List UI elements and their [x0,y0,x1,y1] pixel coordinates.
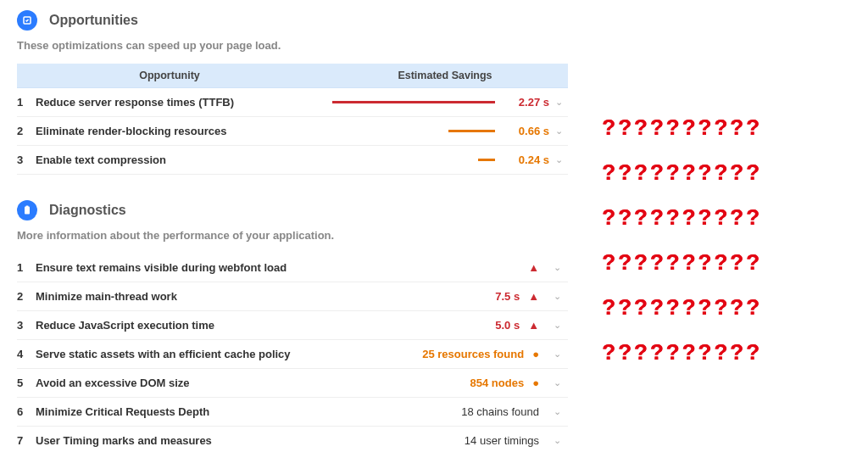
diagnostic-row[interactable]: 6 Minimize Critical Requests Depth 18 ch… [17,398,568,427]
opportunity-row[interactable]: 2 Eliminate render-blocking resources 0.… [17,117,568,146]
diagnostics-subtitle: More information about the performance o… [17,229,568,242]
warning-triangle-icon: ▲ [528,320,539,331]
row-index: 3 [17,319,36,332]
diagnostic-row[interactable]: 7 User Timing marks and measures 14 user… [17,427,568,452]
diagnostic-value: 18 chains found [461,405,539,418]
opportunity-label: Eliminate render-blocking resources [36,125,324,137]
row-index: 1 [17,96,36,109]
row-index: 1 [17,261,36,274]
chevron-down-icon[interactable]: ⌄ [549,97,568,108]
qmark-line-6: ?????????? [602,339,858,366]
row-index: 7 [17,434,36,447]
qmark-line-4: ?????????? [602,249,858,276]
chevron-down-icon[interactable]: ⌄ [549,126,568,137]
diagnostic-row[interactable]: 5 Avoid an excessive DOM size 854 nodes … [17,369,568,398]
chevron-down-icon[interactable]: ⌄ [548,377,566,388]
diagnostic-value: 5.0 s [495,319,520,332]
diagnostics-icon [17,200,37,220]
opportunities-table: Opportunity Estimated Savings 1 Reduce s… [17,64,568,175]
diagnostics-title: Diagnostics [49,203,126,218]
savings-value: 0.24 s [509,153,549,166]
opportunity-label: Reduce server response times (TTFB) [36,96,324,109]
opportunity-row[interactable]: 3 Enable text compression 0.24 s ⌄ [17,146,568,175]
diagnostic-label: Serve static assets with an efficient ca… [36,348,375,360]
savings-value: 0.66 s [509,125,549,137]
header-estimated-savings: Estimated Savings [322,64,568,87]
opportunities-subtitle: These optimizations can speed up your pa… [17,39,568,52]
diagnostic-value: 7.5 s [495,290,520,303]
warning-triangle-icon: ▲ [528,262,539,273]
opportunities-table-header: Opportunity Estimated Savings [17,64,568,88]
diagnostic-label: Reduce JavaScript execution time [36,319,375,332]
chevron-down-icon[interactable]: ⌄ [548,320,566,331]
svg-rect-1 [25,207,30,215]
diagnostic-row[interactable]: 3 Reduce JavaScript execution time 5.0 s… [17,311,568,340]
opportunity-label: Enable text compression [36,153,324,166]
header-opportunity: Opportunity [17,64,322,87]
qmark-line-2: ?????????? [602,159,858,186]
qmark-line-5: ?????????? [602,294,858,321]
warning-triangle-icon: ▲ [528,291,539,302]
savings-bar [324,101,509,103]
row-index: 4 [17,348,36,360]
warning-circle-icon: ● [532,349,539,360]
diagnostic-value: 25 resources found [422,348,524,360]
savings-bar [324,159,509,161]
opportunities-header: Opportunities [17,10,568,31]
diagnostic-label: Avoid an excessive DOM size [36,377,375,389]
opportunities-icon [17,10,37,31]
chevron-down-icon[interactable]: ⌄ [548,406,566,417]
chevron-down-icon[interactable]: ⌄ [548,349,566,360]
row-index: 2 [17,290,36,303]
qmark-line-1: ?????????? [602,114,858,141]
question-mark-overlay: ?????????? ?????????? ?????????? ???????… [585,0,868,452]
warning-circle-icon: ● [532,377,539,388]
row-index: 2 [17,125,36,137]
opportunity-row[interactable]: 1 Reduce server response times (TTFB) 2.… [17,88,568,117]
chevron-down-icon[interactable]: ⌄ [549,154,568,165]
diagnostic-label: User Timing marks and measures [36,434,375,447]
diagnostic-row[interactable]: 1 Ensure text remains visible during web… [17,254,568,282]
diagnostic-label: Minimize Critical Requests Depth [36,405,375,418]
diagnostic-value: 14 user timings [465,434,539,447]
diagnostics-header: Diagnostics [17,200,568,220]
row-index: 3 [17,153,36,166]
diagnostic-label: Minimize main-thread work [36,290,375,303]
diagnostic-label: Ensure text remains visible during webfo… [36,261,375,274]
qmark-line-3: ?????????? [602,204,858,231]
row-index: 6 [17,405,36,418]
svg-rect-2 [26,206,29,208]
chevron-down-icon[interactable]: ⌄ [548,291,566,302]
diagnostic-row[interactable]: 2 Minimize main-thread work 7.5 s ▲ ⌄ [17,282,568,311]
row-index: 5 [17,377,36,389]
savings-value: 2.27 s [509,96,549,109]
opportunities-title: Opportunities [49,13,138,28]
chevron-down-icon[interactable]: ⌄ [548,435,566,446]
diagnostic-row[interactable]: 4 Serve static assets with an efficient … [17,340,568,369]
savings-bar [324,130,509,132]
diagnostics-table: 1 Ensure text remains visible during web… [17,254,568,452]
chevron-down-icon[interactable]: ⌄ [548,262,566,273]
diagnostic-value: 854 nodes [470,377,525,389]
